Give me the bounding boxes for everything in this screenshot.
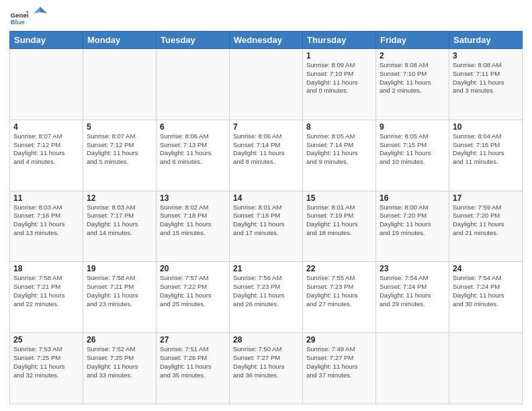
day-cell: 9Sunrise: 8:05 AM Sunset: 7:15 PM Daylig… (376, 120, 449, 191)
day-number: 21 (233, 264, 299, 273)
day-number: 28 (233, 335, 299, 345)
day-cell: 25Sunrise: 7:53 AM Sunset: 7:25 PM Dayli… (10, 333, 83, 404)
week-row-2: 4Sunrise: 8:07 AM Sunset: 7:12 PM Daylig… (10, 120, 523, 191)
day-cell: 1Sunrise: 8:09 AM Sunset: 7:10 PM Daylig… (303, 49, 376, 120)
week-row-1: 1Sunrise: 8:09 AM Sunset: 7:10 PM Daylig… (10, 49, 523, 120)
day-cell: 21Sunrise: 7:56 AM Sunset: 7:23 PM Dayli… (230, 262, 303, 333)
calendar-table: SundayMondayTuesdayWednesdayThursdayFrid… (9, 31, 523, 404)
day-cell: 18Sunrise: 7:58 AM Sunset: 7:21 PM Dayli… (10, 262, 83, 333)
day-info: Sunrise: 8:02 AM Sunset: 7:18 PM Dayligh… (160, 203, 226, 238)
day-number: 20 (160, 264, 226, 273)
day-cell: 12Sunrise: 8:03 AM Sunset: 7:17 PM Dayli… (83, 191, 157, 262)
day-info: Sunrise: 8:01 AM Sunset: 7:18 PM Dayligh… (233, 203, 299, 238)
day-info: Sunrise: 7:56 AM Sunset: 7:23 PM Dayligh… (233, 274, 299, 308)
header-monday: Monday (83, 32, 157, 49)
day-cell: 27Sunrise: 7:51 AM Sunset: 7:26 PM Dayli… (157, 333, 230, 404)
day-number: 25 (13, 335, 79, 345)
day-number: 8 (306, 122, 372, 132)
day-info: Sunrise: 8:03 AM Sunset: 7:16 PM Dayligh… (13, 203, 79, 238)
day-cell: 19Sunrise: 7:58 AM Sunset: 7:21 PM Dayli… (83, 262, 157, 333)
day-cell: 16Sunrise: 8:00 AM Sunset: 7:20 PM Dayli… (376, 191, 449, 262)
day-info: Sunrise: 8:01 AM Sunset: 7:19 PM Dayligh… (306, 203, 372, 238)
day-info: Sunrise: 8:03 AM Sunset: 7:17 PM Dayligh… (87, 203, 152, 238)
day-cell: 20Sunrise: 7:57 AM Sunset: 7:22 PM Dayli… (157, 262, 230, 333)
day-number: 13 (160, 193, 226, 203)
page-header: General Blue (9, 7, 523, 27)
day-info: Sunrise: 7:59 AM Sunset: 7:20 PM Dayligh… (453, 203, 519, 238)
week-row-4: 18Sunrise: 7:58 AM Sunset: 7:21 PM Dayli… (10, 262, 523, 333)
day-info: Sunrise: 8:09 AM Sunset: 7:10 PM Dayligh… (306, 61, 372, 95)
day-number: 11 (13, 193, 79, 203)
day-info: Sunrise: 7:57 AM Sunset: 7:22 PM Dayligh… (160, 274, 226, 308)
day-number: 26 (87, 335, 152, 345)
day-number: 10 (453, 122, 519, 132)
day-cell (449, 333, 523, 404)
day-info: Sunrise: 7:50 AM Sunset: 7:27 PM Dayligh… (233, 345, 299, 379)
day-info: Sunrise: 8:05 AM Sunset: 7:14 PM Dayligh… (306, 132, 372, 167)
day-number: 5 (87, 122, 152, 132)
day-cell: 7Sunrise: 8:06 AM Sunset: 7:14 PM Daylig… (230, 120, 303, 191)
day-info: Sunrise: 7:52 AM Sunset: 7:25 PM Dayligh… (87, 345, 152, 379)
svg-marker-4 (34, 7, 40, 13)
header-friday: Friday (376, 32, 449, 49)
day-cell: 28Sunrise: 7:50 AM Sunset: 7:27 PM Dayli… (230, 333, 303, 404)
day-info: Sunrise: 7:58 AM Sunset: 7:21 PM Dayligh… (87, 274, 152, 308)
day-cell: 29Sunrise: 7:49 AM Sunset: 7:27 PM Dayli… (303, 333, 376, 404)
day-info: Sunrise: 8:00 AM Sunset: 7:20 PM Dayligh… (380, 203, 445, 238)
week-row-3: 11Sunrise: 8:03 AM Sunset: 7:16 PM Dayli… (10, 191, 523, 262)
day-cell: 8Sunrise: 8:05 AM Sunset: 7:14 PM Daylig… (303, 120, 376, 191)
day-number: 14 (233, 193, 299, 203)
day-info: Sunrise: 8:04 AM Sunset: 7:16 PM Dayligh… (453, 132, 519, 167)
day-cell: 2Sunrise: 8:08 AM Sunset: 7:10 PM Daylig… (376, 49, 449, 120)
day-number: 9 (380, 122, 445, 132)
day-cell (230, 49, 303, 120)
header-thursday: Thursday (303, 32, 376, 49)
day-cell: 24Sunrise: 7:54 AM Sunset: 7:24 PM Dayli… (449, 262, 523, 333)
day-cell (10, 49, 83, 120)
day-cell: 10Sunrise: 8:04 AM Sunset: 7:16 PM Dayli… (449, 120, 523, 191)
day-cell: 15Sunrise: 8:01 AM Sunset: 7:19 PM Dayli… (303, 191, 376, 262)
day-cell: 4Sunrise: 8:07 AM Sunset: 7:12 PM Daylig… (10, 120, 83, 191)
day-number: 22 (306, 264, 372, 273)
day-info: Sunrise: 8:07 AM Sunset: 7:12 PM Dayligh… (13, 132, 79, 167)
day-number: 29 (306, 335, 372, 345)
day-number: 15 (306, 193, 372, 203)
day-number: 1 (306, 51, 372, 60)
day-number: 23 (380, 264, 445, 273)
day-cell: 23Sunrise: 7:54 AM Sunset: 7:24 PM Dayli… (376, 262, 449, 333)
day-cell: 17Sunrise: 7:59 AM Sunset: 7:20 PM Dayli… (449, 191, 523, 262)
day-cell: 26Sunrise: 7:52 AM Sunset: 7:25 PM Dayli… (83, 333, 157, 404)
day-cell: 22Sunrise: 7:55 AM Sunset: 7:23 PM Dayli… (303, 262, 376, 333)
day-cell: 14Sunrise: 8:01 AM Sunset: 7:18 PM Dayli… (230, 191, 303, 262)
day-number: 17 (453, 193, 519, 203)
header-sunday: Sunday (10, 32, 83, 49)
day-number: 27 (160, 335, 226, 345)
header-saturday: Saturday (449, 32, 523, 49)
svg-text:Blue: Blue (10, 18, 25, 26)
day-number: 3 (453, 51, 519, 60)
day-number: 4 (13, 122, 79, 132)
day-cell (157, 49, 230, 120)
day-number: 7 (233, 122, 299, 132)
day-number: 6 (160, 122, 226, 132)
logo-bird-icon (34, 7, 47, 27)
day-info: Sunrise: 7:51 AM Sunset: 7:26 PM Dayligh… (160, 345, 226, 379)
day-info: Sunrise: 7:49 AM Sunset: 7:27 PM Dayligh… (306, 345, 372, 379)
day-info: Sunrise: 7:55 AM Sunset: 7:23 PM Dayligh… (306, 274, 372, 308)
day-number: 24 (453, 264, 519, 273)
day-cell: 13Sunrise: 8:02 AM Sunset: 7:18 PM Dayli… (157, 191, 230, 262)
day-cell (376, 333, 449, 404)
logo-icon: General Blue (9, 7, 28, 26)
day-number: 18 (13, 264, 79, 273)
day-number: 16 (380, 193, 445, 203)
day-cell: 3Sunrise: 8:08 AM Sunset: 7:11 PM Daylig… (449, 49, 523, 120)
day-number: 12 (87, 193, 152, 203)
day-cell (83, 49, 157, 120)
day-info: Sunrise: 8:06 AM Sunset: 7:13 PM Dayligh… (160, 132, 226, 167)
day-info: Sunrise: 7:54 AM Sunset: 7:24 PM Dayligh… (380, 274, 445, 308)
svg-marker-3 (40, 7, 47, 13)
day-info: Sunrise: 7:54 AM Sunset: 7:24 PM Dayligh… (453, 274, 519, 308)
header-tuesday: Tuesday (157, 32, 230, 49)
day-info: Sunrise: 8:05 AM Sunset: 7:15 PM Dayligh… (380, 132, 445, 167)
day-cell: 5Sunrise: 8:07 AM Sunset: 7:12 PM Daylig… (83, 120, 157, 191)
